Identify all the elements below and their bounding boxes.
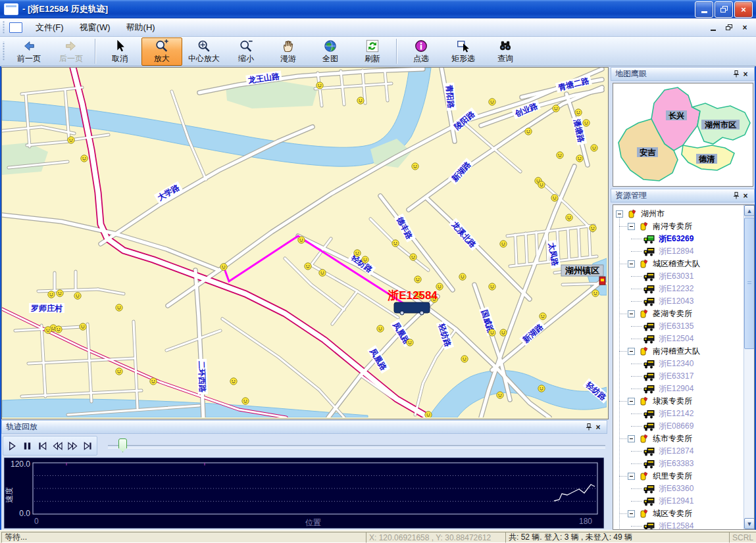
tree-group-label[interactable]: 城区稽查大队 [653,258,700,270]
vehicle-marker-icon[interactable] [459,273,466,280]
toolbar-button-rect-select[interactable]: 矩形选 [443,37,484,66]
tree-vehicle-plate[interactable]: 浙E12941 [659,496,693,507]
tree-vehicle-plate[interactable]: 浙E63135 [659,321,693,332]
vehicle-marker-icon[interactable] [305,263,311,270]
menu-window[interactable]: 视窗(W) [72,19,118,36]
vehicle-marker-icon[interactable] [590,225,596,231]
tree-expander-icon[interactable] [628,260,635,268]
map-canvas[interactable]: 龙王山路青阳路青塘二路创业路潘塘路陵阳路新湖路大学路德丰路龙溪北路太凤路轻纺路轻… [2,68,607,417]
vehicle-marker-icon[interactable] [551,195,558,201]
toolbar-button-zoom-center[interactable]: 中心放大 [184,37,224,66]
vehicle-marker-icon[interactable] [525,128,532,135]
tree-expander-icon[interactable] [628,223,635,230]
vehicle-marker-icon[interactable] [298,237,305,243]
tree-root-label[interactable]: 湖州市 [641,208,665,220]
tree-vehicle-plate[interactable]: 浙E12340 [659,358,693,369]
vehicle-marker-icon[interactable] [575,109,582,116]
vehicle-marker-icon[interactable] [566,214,572,221]
tree-group-label[interactable]: 埭溪专卖所 [653,396,692,407]
close-button[interactable]: × [734,1,753,18]
vehicle-marker-icon[interactable] [81,155,88,162]
restore-button[interactable] [715,1,733,18]
vehicle-marker-icon[interactable] [80,323,86,330]
vehicle-marker-icon[interactable] [412,163,418,170]
tree-group-label[interactable]: 练市专卖所 [653,433,692,444]
menu-file[interactable]: 文件(F) [28,19,72,36]
playback-slider[interactable] [108,445,605,448]
window-icon[interactable] [4,3,18,15]
mdi-close-button[interactable]: × [740,23,749,32]
pin-icon[interactable] [732,191,741,201]
toolbar-button-cursor[interactable]: 取消 [99,37,140,66]
vehicle-marker-icon[interactable] [319,270,326,276]
tree-vehicle-plate[interactable]: 浙E63360 [659,483,693,494]
map-viewport[interactable]: 龙王山路青阳路青塘二路创业路潘塘路陵阳路新湖路大学路德丰路龙溪北路太凤路轻纺路轻… [1,67,609,419]
vehicle-marker-icon[interactable] [230,378,237,385]
vehicle-marker-icon[interactable] [583,120,590,126]
tree-vehicle-plate[interactable]: 浙E08669 [659,421,693,432]
toolbar-button-zoom-out[interactable]: 缩小 [226,37,266,66]
playback-rewind-button[interactable] [50,438,65,454]
vehicle-marker-icon[interactable] [591,145,597,151]
tree-expander-icon[interactable] [628,310,635,318]
tree-group-label[interactable]: 织里专卖所 [653,471,692,482]
tree-scrollbar[interactable]: ▲ ▼ [743,205,755,529]
tree-expander-icon[interactable] [628,510,635,517]
vehicle-marker-icon[interactable] [553,105,559,112]
tree-vehicle-plate[interactable]: 浙E12142 [659,408,693,419]
pin-icon[interactable] [732,70,741,79]
vehicle-marker-icon[interactable] [55,326,62,333]
playback-slider-thumb[interactable] [118,438,127,452]
tree-expander-icon[interactable] [628,473,635,480]
vehicle-marker-icon[interactable] [461,356,468,362]
overview-map[interactable]: 长兴 湖州市区 安吉 德清 [613,83,753,187]
vehicle-marker-icon[interactable] [410,254,416,260]
vehicle-marker-icon[interactable] [576,155,583,162]
vehicle-marker-icon[interactable] [538,181,545,188]
playback-fast-forward-button[interactable] [65,438,80,454]
tree-vehicle-plate[interactable]: 浙E12874 [659,446,693,457]
vehicle-marker-icon[interactable] [415,276,421,283]
tree-group-label[interactable]: 城区专卖所 [653,508,692,519]
tree-group-label[interactable]: 南浔专卖所 [653,221,692,232]
vehicle-marker-icon[interactable] [540,313,546,319]
vehicle-marker-icon[interactable] [68,137,74,143]
toolbar-grip[interactable] [2,41,5,62]
playback-skip-start-button[interactable] [35,438,50,454]
vehicle-marker-icon[interactable] [500,329,507,336]
vehicle-marker-icon[interactable] [538,385,545,392]
tree-vehicle-plate[interactable]: 浙E63269 [659,233,693,245]
vehicle-marker-icon[interactable] [116,368,122,375]
tree-expander-icon[interactable] [628,435,635,442]
vehicle-marker-icon[interactable] [45,327,51,333]
vehicle-marker-icon[interactable] [557,152,563,158]
menu-grip[interactable] [2,21,5,34]
toolbar-button-globe[interactable]: 全图 [310,37,351,66]
close-icon[interactable]: × [741,70,750,79]
vehicle-marker-icon[interactable] [425,412,432,417]
vehicle-marker-icon[interactable] [316,82,323,89]
tree-vehicle-plate[interactable]: 浙E12504 [659,333,693,344]
vehicle-marker-icon[interactable] [377,325,384,332]
tree-expander-icon[interactable] [628,398,635,405]
minimize-button[interactable] [695,1,713,18]
vehicle-marker-icon[interactable] [57,290,63,296]
vehicle-marker-icon[interactable] [500,241,507,247]
tree-vehicle-plate[interactable]: 浙E63383 [659,458,693,469]
vehicle-marker-icon[interactable] [242,398,249,404]
mdi-minimize-button[interactable] [709,23,718,32]
vehicle-marker-icon[interactable] [116,304,122,311]
playback-pause-button[interactable] [20,438,35,454]
tree-group-label[interactable]: 菱湖专卖所 [653,308,692,319]
vehicle-marker-icon[interactable] [48,291,55,298]
vehicle-marker-icon[interactable] [354,250,361,256]
playback-play-button[interactable] [5,438,20,454]
tree-vehicle-plate[interactable]: 浙E12232 [659,283,693,295]
tree-vehicle-plate[interactable]: 浙E12904 [659,383,693,394]
scrollbar-thumb[interactable] [744,218,755,349]
mdi-child-icon[interactable] [9,22,22,33]
close-icon[interactable]: × [741,191,750,201]
vehicle-marker-icon[interactable] [592,290,599,296]
tree-vehicle-plate[interactable]: 浙E12043 [659,296,693,307]
tree-vehicle-plate[interactable]: 浙E12584 [659,521,693,530]
